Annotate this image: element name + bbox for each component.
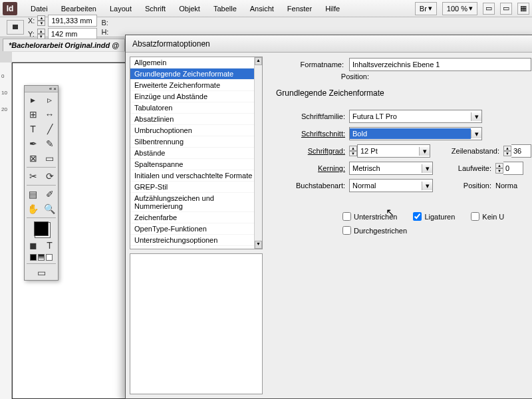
gap-tool-icon[interactable]: ↔ (41, 107, 58, 122)
bridge-button[interactable]: Br▾ (415, 2, 437, 15)
paragraph-style-options-dialog: Absatzformatoptionen AllgemeinGrundlegen… (125, 35, 532, 399)
dialog-title: Absatzformatoptionen (126, 35, 532, 53)
scroll-up-icon[interactable]: ▲ (255, 57, 262, 65)
strikethrough-checkbox[interactable]: Durchgestrichen (342, 226, 407, 235)
hand-tool-icon[interactable]: ✋ (25, 201, 41, 216)
category-item[interactable]: OpenType-Funktionen (130, 223, 262, 235)
chevron-down-icon: ▾ (422, 182, 432, 190)
apply-text-icon[interactable]: T (41, 238, 58, 253)
app-logo: Id (3, 2, 17, 15)
y-label: Y: (28, 30, 35, 38)
pen-tool-icon[interactable]: ✒ (25, 136, 41, 151)
position2-value: Norma (495, 182, 517, 190)
category-item[interactable]: Aufzählungszeichen und Nummerierung (130, 193, 262, 212)
category-item[interactable]: Einzüge und Abstände (130, 91, 262, 102)
scroll-down-icon[interactable]: ▼ (255, 241, 262, 249)
menu-datei[interactable]: Datei (24, 2, 55, 15)
h-label: H: (101, 28, 108, 36)
underline-checkbox[interactable]: Unterstrichen (342, 212, 397, 221)
category-item[interactable]: Spaltenspanne (130, 159, 262, 170)
gradient-tool-icon[interactable]: ▤ (25, 187, 41, 201)
category-item[interactable]: Grundlegende Zeichenformate (130, 68, 262, 80)
pencil-tool-icon[interactable]: ✎ (41, 136, 58, 151)
scissors-tool-icon[interactable]: ✂ (25, 169, 41, 184)
leading-field[interactable]: ▲▼ (503, 144, 531, 158)
eyedropper-tool-icon[interactable]: ✐ (41, 187, 58, 201)
rectangle-tool-icon[interactable]: ▭ (41, 151, 58, 166)
fill-stroke-swatch[interactable] (25, 219, 58, 238)
rectangle-frame-tool-icon[interactable]: ⊠ (25, 151, 41, 166)
section-heading: Grundlegende Zeichenformate (276, 88, 531, 98)
fontfamily-label: Schriftfamilie: (276, 112, 349, 120)
category-scrollbar[interactable]: ▲ ▼ (254, 57, 262, 249)
apply-color-icon[interactable]: ◼ (25, 238, 41, 253)
menu-tabelle[interactable]: Tabelle (207, 2, 243, 15)
ligatures-checkbox[interactable]: Ligaturen (413, 212, 455, 221)
category-item[interactable]: Unterstreichungsoptionen (130, 235, 262, 246)
tracking-field[interactable]: ▲▼ (495, 162, 523, 175)
category-item[interactable]: Allgemein (130, 57, 262, 68)
category-item[interactable]: Abstände (130, 148, 262, 159)
menu-hilfe[interactable]: Hilfe (319, 2, 346, 15)
formatname-field[interactable] (349, 58, 531, 71)
position-label: Position: (276, 72, 369, 80)
category-item[interactable]: Tabulatoren (130, 102, 262, 114)
screen-mode-icon[interactable]: ▭ (500, 3, 512, 15)
position2-label: Position: (444, 182, 495, 190)
kerning-label: Kerning: (276, 164, 349, 172)
selection-tool-icon[interactable]: ▸ (25, 92, 41, 107)
ruler-vertical: 0 10 20 (0, 63, 12, 399)
case-label: Buchstabenart: (276, 182, 349, 190)
menu-layout[interactable]: Layout (103, 2, 138, 15)
tracking-label: Laufweite: (444, 164, 495, 172)
arrange-icon[interactable]: ▦ (517, 3, 529, 15)
preview-box (130, 253, 263, 394)
fontstyle-combo[interactable]: Bold▾ (349, 127, 482, 140)
page-tool-icon[interactable]: ⊞ (25, 107, 41, 122)
kerning-combo[interactable]: Metrisch▾ (349, 162, 433, 175)
line-tool-icon[interactable]: ╱ (41, 122, 58, 136)
y-spinner[interactable]: ▲▼ (37, 29, 45, 39)
formatname-label: Formatname: (276, 61, 349, 68)
category-list[interactable]: AllgemeinGrundlegende ZeichenformateErwe… (130, 57, 263, 249)
category-item[interactable]: Initialen und verschachtelte Formate (130, 170, 262, 182)
x-field[interactable] (48, 15, 97, 27)
chevron-down-icon: ▾ (471, 130, 481, 138)
chevron-down-icon: ▾ (419, 147, 430, 156)
screen-mode-tool-icon[interactable]: ▭ (25, 265, 58, 280)
menu-bearbeiten[interactable]: Bearbeiten (55, 2, 103, 15)
direct-selection-tool-icon[interactable]: ▹ (41, 92, 58, 107)
category-item[interactable]: Umbruchoptionen (130, 125, 262, 136)
category-item[interactable]: Absatzlinien (130, 114, 262, 125)
category-item[interactable]: GREP-Stil (130, 182, 262, 193)
tools-collapse[interactable]: « × (25, 86, 58, 92)
zoom-level[interactable]: 100 %▾ (442, 2, 477, 15)
menu-ansicht[interactable]: Ansicht (243, 2, 281, 15)
category-item[interactable]: Durchstreichungsoptionen (130, 246, 262, 249)
size-field[interactable]: ▲▼ 12 Pt▾ (349, 144, 430, 158)
color-mode-row[interactable] (25, 253, 58, 262)
nobreak-checkbox[interactable]: Kein U (471, 212, 504, 221)
category-item[interactable]: Erweiterte Zeichenformate (130, 80, 262, 91)
type-tool-icon[interactable]: T (25, 122, 41, 136)
menu-schrift[interactable]: Schrift (138, 2, 172, 15)
case-combo[interactable]: Normal▾ (349, 179, 433, 192)
fontfamily-combo[interactable]: Futura LT Pro▾ (349, 110, 482, 123)
chevron-down-icon: ▾ (471, 112, 481, 121)
x-spinner[interactable]: ▲▼ (37, 15, 45, 26)
ref-point-widget[interactable] (7, 20, 24, 35)
x-label: X: (28, 17, 35, 25)
menu-fenster[interactable]: Fenster (281, 2, 319, 15)
zoom-tool-icon[interactable]: 🔍 (41, 201, 58, 216)
menu-objekt[interactable]: Objekt (172, 2, 207, 15)
document-tab[interactable]: *Bachelorarbeit Original.indd @ (3, 39, 125, 51)
transform-tool-icon[interactable]: ⟳ (41, 169, 58, 184)
category-item[interactable]: Zeichenfarbe (130, 212, 262, 223)
view-mode-icon[interactable]: ▭ (483, 3, 495, 15)
b-label: B: (101, 19, 108, 27)
leading-label: Zeilenabstand: (441, 147, 503, 155)
form-area: Formatname: Position: Grundlegende Zeich… (263, 53, 532, 398)
fontstyle-label: Schriftschnitt: (276, 130, 349, 138)
chevron-down-icon: ▾ (422, 164, 432, 173)
category-item[interactable]: Silbentrennung (130, 136, 262, 148)
